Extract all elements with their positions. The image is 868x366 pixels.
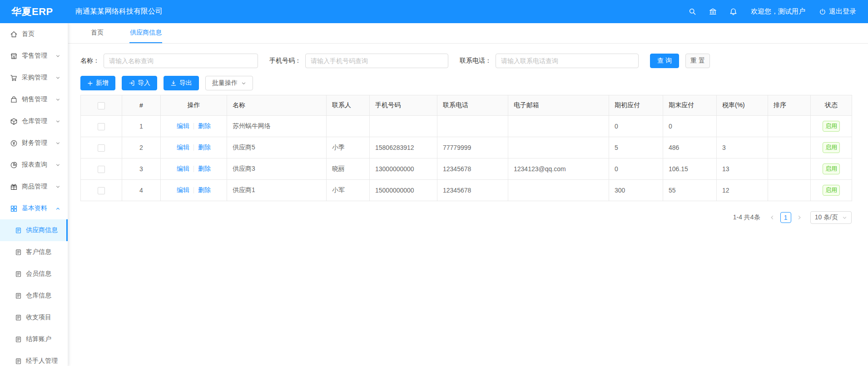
tab-home[interactable]: 首页 <box>90 23 104 43</box>
sidebar: 首页 零售管理 采购管理 销售管理 仓库管理 <box>0 23 68 366</box>
sidebar-subitem-label: 会员信息 <box>26 270 51 278</box>
doc-icon <box>15 249 22 256</box>
logout-button[interactable]: 退出登录 <box>819 7 856 16</box>
cell-sort <box>768 180 811 201</box>
delete-link[interactable]: 删除 <box>198 165 211 172</box>
cell-tel: 77779999 <box>437 137 508 158</box>
column-header-index: # <box>122 95 161 116</box>
sidebar-subitem-label: 经手人管理 <box>26 357 58 365</box>
sidebar-subitem-supplier-info[interactable]: 供应商信息 <box>0 219 68 241</box>
doc-icon <box>15 227 22 234</box>
tel-filter-group: 联系电话： <box>460 54 639 68</box>
doc-icon <box>15 314 22 321</box>
tab-supplier-info[interactable]: 供应商信息 <box>129 23 162 43</box>
import-button-label: 导入 <box>138 79 150 87</box>
next-page-button[interactable] <box>794 212 805 223</box>
import-button[interactable]: 导入 <box>122 76 157 90</box>
goods-icon <box>10 183 18 191</box>
cell-contact: 小季 <box>327 137 370 158</box>
cell-tax-rate: 13 <box>717 158 768 180</box>
plus-icon <box>87 80 93 86</box>
sidebar-subitem-member-info[interactable]: 会员信息 <box>0 263 68 285</box>
sidebar-item-finance[interactable]: 财务管理 <box>0 132 68 154</box>
sidebar-subitem-income-expense-items[interactable]: 收支项目 <box>0 307 68 328</box>
cell-tax-rate: 12 <box>717 180 768 201</box>
sidebar-item-retail[interactable]: 零售管理 <box>0 45 68 67</box>
sidebar-subitem-label: 收支项目 <box>26 313 51 321</box>
cell-status: 启用 <box>811 158 852 180</box>
sidebar-item-goods[interactable]: 商品管理 <box>0 176 68 198</box>
table-row: 4 编辑删除 供应商1 小军 15000000000 12345678 300 … <box>81 180 852 201</box>
cell-name: 供应商5 <box>227 137 327 158</box>
cell-email <box>508 180 609 201</box>
sidebar-subitem-customer-info[interactable]: 客户信息 <box>0 241 68 263</box>
sidebar-item-label: 零售管理 <box>22 52 47 60</box>
import-icon <box>129 80 135 86</box>
chevron-down-icon <box>55 75 61 81</box>
cell-tax-rate: 3 <box>717 137 768 158</box>
table-row: 2 编辑删除 供应商5 小季 15806283912 77779999 5 48… <box>81 137 852 158</box>
toolbar: 新增 导入 导出 批量操作 <box>80 76 868 90</box>
export-button[interactable]: 导出 <box>164 76 199 90</box>
tel-filter-input[interactable] <box>496 54 639 68</box>
edit-link[interactable]: 编辑 <box>177 186 189 193</box>
prev-page-button[interactable] <box>767 212 778 223</box>
sidebar-subitem-warehouse-info[interactable]: 仓库信息 <box>0 285 68 307</box>
mobile-filter-group: 手机号码： <box>269 54 448 68</box>
delete-link[interactable]: 删除 <box>198 122 211 129</box>
basic-data-submenu: 供应商信息 客户信息 会员信息 仓库信息 收支项目 <box>0 219 68 366</box>
bank-icon[interactable] <box>709 8 717 15</box>
tel-filter-label: 联系电话： <box>460 57 491 65</box>
sidebar-item-label: 仓库管理 <box>22 117 47 125</box>
row-checkbox[interactable] <box>98 123 105 130</box>
sidebar-subitem-settlement-accounts[interactable]: 结算账户 <box>0 328 68 350</box>
edit-link[interactable]: 编辑 <box>177 122 189 129</box>
action-divider <box>193 187 194 193</box>
delete-link[interactable]: 删除 <box>198 143 211 151</box>
chevron-down-icon <box>55 140 61 146</box>
doc-icon <box>15 336 22 343</box>
mobile-filter-input[interactable] <box>305 54 448 68</box>
delete-link[interactable]: 删除 <box>198 186 211 193</box>
sidebar-subitem-handler-management[interactable]: 经手人管理 <box>0 350 68 366</box>
sidebar-item-sales[interactable]: 销售管理 <box>0 89 68 110</box>
doc-icon <box>15 358 22 365</box>
reset-button[interactable]: 重 置 <box>685 54 710 68</box>
sidebar-item-reports[interactable]: 报表查询 <box>0 154 68 176</box>
tab-bar: 首页 供应商信息 <box>68 23 868 44</box>
action-divider <box>193 166 194 172</box>
page-number-button[interactable]: 1 <box>780 212 791 223</box>
sidebar-item-purchase[interactable]: 采购管理 <box>0 67 68 89</box>
sidebar-item-label: 财务管理 <box>22 139 47 147</box>
sidebar-item-home[interactable]: 首页 <box>0 23 68 45</box>
sidebar-item-warehouse[interactable]: 仓库管理 <box>0 110 68 132</box>
main-content: 首页 供应商信息 名称： 手机号码： 联系电话： 查 询 重 置 <box>68 23 868 366</box>
search-icon[interactable] <box>689 8 696 15</box>
cell-opening-payable: 0 <box>609 158 663 180</box>
filter-row: 名称： 手机号码： 联系电话： 查 询 重 置 <box>80 54 868 68</box>
name-filter-group: 名称： <box>80 54 258 68</box>
page-size-select[interactable]: 10 条/页 <box>810 211 852 224</box>
table-row: 1 编辑删除 苏州蜗牛网络 0 0 启用 <box>81 116 852 137</box>
add-button[interactable]: 新增 <box>80 76 115 90</box>
batch-actions-button[interactable]: 批量操作 <box>205 76 253 90</box>
welcome-text: 欢迎您，测试用户 <box>751 7 805 16</box>
row-checkbox[interactable] <box>98 187 105 194</box>
name-filter-input[interactable] <box>104 54 258 68</box>
row-checkbox[interactable] <box>98 166 105 173</box>
sidebar-item-basic-data[interactable]: 基本资料 <box>0 198 68 219</box>
row-checkbox[interactable] <box>98 144 105 152</box>
status-badge: 启用 <box>823 121 840 132</box>
name-filter-label: 名称： <box>80 57 99 65</box>
cell-mobile <box>370 116 437 137</box>
bell-icon[interactable] <box>729 8 737 15</box>
cell-opening-payable: 5 <box>609 137 663 158</box>
search-button[interactable]: 查 询 <box>650 54 679 68</box>
cell-email <box>508 116 609 137</box>
cell-mobile: 13000000000 <box>370 158 437 180</box>
select-all-checkbox[interactable] <box>98 102 105 109</box>
edit-link[interactable]: 编辑 <box>177 143 189 151</box>
cell-contact: 晓丽 <box>327 158 370 180</box>
edit-link[interactable]: 编辑 <box>177 165 189 172</box>
cell-tax-rate <box>717 116 768 137</box>
